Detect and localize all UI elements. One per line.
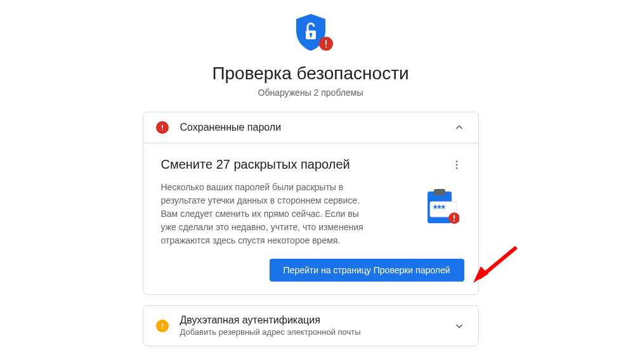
more-options-button[interactable]: [449, 157, 464, 172]
card-two-step-verification: Двухэтапная аутентификация Добавить резе…: [143, 305, 479, 346]
svg-rect-18: [162, 323, 163, 327]
svg-rect-16: [454, 215, 455, 219]
svg-rect-5: [325, 46, 327, 48]
svg-rect-4: [325, 40, 327, 45]
card-header-two-step[interactable]: Двухэтапная аутентификация Добавить резе…: [143, 306, 478, 346]
svg-rect-12: [434, 189, 445, 195]
svg-rect-2: [310, 34, 311, 37]
go-to-password-checkup-button[interactable]: Перейти на страницу Проверки паролей: [270, 259, 464, 282]
svg-rect-6: [162, 125, 163, 128]
svg-rect-19: [162, 327, 163, 328]
clipboard-password-icon: ***: [424, 189, 459, 228]
card-header-saved-passwords[interactable]: Сохраненные пароли: [143, 112, 478, 143]
svg-rect-7: [162, 129, 163, 130]
svg-rect-17: [454, 220, 455, 221]
card-saved-passwords: Сохраненные пароли Смените 27 раскрытых …: [143, 112, 479, 295]
card-subtitle: Добавить резервный адрес электронной поч…: [180, 327, 453, 337]
page-title: Проверка безопасности: [212, 63, 409, 84]
detail-title: Смените 27 раскрытых паролей: [161, 157, 461, 172]
chevron-up-icon: [453, 121, 466, 134]
chevron-down-icon: [453, 320, 466, 332]
alert-icon: [156, 320, 169, 332]
security-shield-icon: [294, 13, 328, 52]
page-subtitle: Обнаружены 2 проблемы: [258, 88, 363, 98]
card-title: Сохраненные пароли: [180, 122, 453, 133]
svg-point-9: [455, 164, 457, 166]
svg-point-8: [455, 160, 457, 162]
svg-point-10: [455, 167, 457, 169]
svg-text:***: ***: [433, 204, 445, 214]
detail-body: Несколько ваших паролей были раскрыты в …: [161, 181, 377, 247]
alert-icon: [156, 121, 169, 134]
card-title: Двухэтапная аутентификация: [180, 315, 453, 326]
